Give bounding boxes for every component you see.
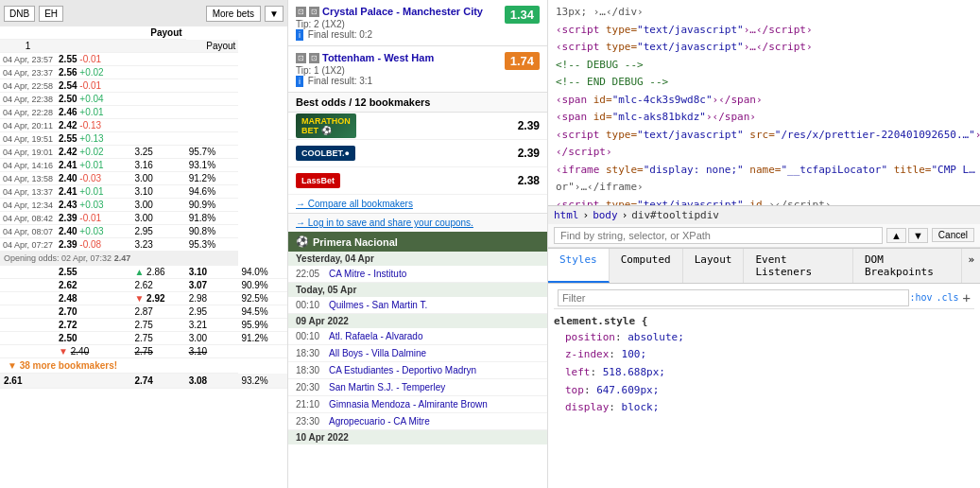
- prop-name: position: [565, 331, 615, 343]
- odds-change: -0.01: [79, 54, 101, 64]
- bookmaker-row-2[interactable]: COOLBET.● 2.39: [288, 140, 547, 167]
- match-title-2[interactable]: Tottenham - West Ham: [322, 52, 434, 63]
- html-line: ‹script type="text/javascript"›…‹/script…: [552, 22, 976, 40]
- bookmaker-odds-1: 2.39: [518, 119, 540, 132]
- tab-computed[interactable]: Computed: [610, 249, 683, 283]
- more-bets-button[interactable]: More bets: [206, 6, 261, 22]
- odds-change: +0.01: [79, 186, 103, 197]
- html-line: ‹script type="text/javascript" src="/res…: [552, 127, 976, 145]
- fixture-row-09-3[interactable]: 18:30CA Estudiantes - Deportivo Madryn: [288, 362, 547, 379]
- tip-row-1: Tip: 2 (1X2): [296, 19, 505, 29]
- left-panel: DNB EH More bets ▼ Payout 1 Payout 04 Ap…: [0, 0, 288, 488]
- nav-down-button[interactable]: ▼: [908, 228, 928, 243]
- lasbet-logo: LassBet: [296, 171, 518, 190]
- bookmaker-row-1[interactable]: MARATHONBET ⚽ 2.39: [288, 113, 547, 140]
- final-result-1: i Final result: 0:2: [296, 29, 505, 40]
- prop-name: display: [565, 401, 609, 413]
- hov-button[interactable]: :hov: [909, 292, 932, 303]
- match-icon-3: ⊡: [296, 53, 306, 63]
- tip-row-2: Tip: 1 (1X2): [296, 65, 505, 76]
- fixture-row-today-1[interactable]: 00:10 Quilmes - San Martin T.: [288, 297, 547, 314]
- dropdown-arrow-button[interactable]: ▼: [265, 6, 284, 22]
- more-bookmakers-row[interactable]: ▼ 38 more bookmakers!: [0, 358, 238, 374]
- html-line: ‹script type="text/javascript" id…›‹/scr…: [552, 197, 976, 205]
- odds-change: +0.02: [79, 147, 103, 157]
- league-header: ⚽ Primera Nacional: [288, 232, 547, 252]
- odds-value: 2.39: [59, 213, 77, 223]
- style-prop-5[interactable]: display: block;: [554, 399, 974, 417]
- nav-up-button[interactable]: ▲: [886, 228, 906, 243]
- fixture-row-09-1[interactable]: 00:10Atl. Rafaela - Alvarado: [288, 328, 547, 345]
- nav-arrows: ▲ ▼: [886, 228, 928, 243]
- fixture-row-09-6[interactable]: 23:30Agropecuario - CA Mitre: [288, 413, 547, 430]
- breadcrumb-html[interactable]: html: [554, 209, 579, 221]
- prop-name: z-index: [565, 348, 609, 360]
- style-rule-element: element.style { position: absolute; z-in…: [554, 315, 974, 417]
- fixture-row-09-5[interactable]: 21:10Gimnasia Mendoza - Almirante Brown: [288, 396, 547, 413]
- tab-dom-breakpoints[interactable]: DOM Breakpoints: [853, 249, 962, 283]
- odds-value: 2.42: [59, 147, 77, 157]
- date-cell: 04 Apr, 08:07: [0, 225, 56, 238]
- best-odds-header: Best odds / 12 bookmakers: [288, 93, 547, 113]
- styles-filter-input[interactable]: [558, 289, 909, 306]
- eh-button[interactable]: EH: [39, 6, 63, 22]
- breadcrumb-div[interactable]: div#tooltipdiv: [631, 209, 719, 221]
- breadcrumb-body[interactable]: body: [593, 209, 618, 221]
- opening-odds-row: Opening odds: 02 Apr, 07:32 2.47: [0, 252, 238, 266]
- odds-change: -0.01: [79, 80, 101, 91]
- style-prop-1[interactable]: position: absolute;: [554, 329, 974, 347]
- html-line: ‹script type="text/javascript"›…‹/script…: [552, 39, 976, 57]
- payout-cell: Payout: [186, 40, 239, 53]
- html-line: ‹span id="mlc-4ck3s9wd8c"›‹/span›: [552, 92, 976, 110]
- payout-header: Payout: [150, 27, 181, 38]
- odds-value: 2.55: [59, 133, 77, 144]
- devtools-search-input[interactable]: [554, 227, 883, 244]
- bookmaker-row-3[interactable]: LassBet 2.38: [288, 167, 547, 195]
- compare-all-link[interactable]: → Compare all bookmakers: [288, 195, 547, 213]
- tab-more-button[interactable]: »: [962, 249, 980, 283]
- cancel-search-button[interactable]: Cancel: [932, 228, 974, 242]
- style-prop-3[interactable]: left: 518.688px;: [554, 364, 974, 382]
- prop-val: 518.688px;: [603, 366, 665, 378]
- fixture-time: 18:30: [296, 365, 329, 375]
- devtools-breadcrumb: html › body › div#tooltipdiv: [548, 205, 980, 224]
- bookmaker-odds-3: 2.38: [518, 174, 540, 187]
- league-name: Primera Nacional: [313, 236, 398, 248]
- odds-change: +0.03: [79, 226, 103, 236]
- odds-badge-1: 1.34: [505, 6, 540, 24]
- style-prop-4[interactable]: top: 647.609px;: [554, 382, 974, 400]
- html-line: <!-- DEBUG -->: [552, 57, 976, 75]
- odds-change: -0.08: [79, 239, 101, 250]
- date-cell: 04 Apr, 22:28: [0, 106, 56, 119]
- fixture-row-09-4[interactable]: 20:30San Martin S.J. - Temperley: [288, 379, 547, 396]
- fixture-teams: Gimnasia Mendoza - Almirante Brown: [329, 399, 540, 410]
- tab-layout[interactable]: Layout: [683, 249, 745, 283]
- login-save-link[interactable]: → Log in to save and share your coupons.: [288, 213, 547, 232]
- fixture-teams: CA Estudiantes - Deportivo Madryn: [329, 365, 540, 375]
- match-title-1[interactable]: Crystal Palace - Manchester City: [322, 6, 483, 17]
- date-cell: 04 Apr, 23:57: [0, 53, 56, 66]
- fixture-time: 21:10: [296, 399, 329, 410]
- date-cell: 04 Apr, 12:34: [0, 199, 56, 212]
- date-cell: 04 Apr, 13:58: [0, 172, 56, 185]
- date-cell: 04 Apr, 07:27: [0, 238, 56, 252]
- add-style-button[interactable]: +: [963, 290, 971, 305]
- devtools-search-bar: ▲ ▼ Cancel: [548, 224, 980, 248]
- odds-change: -0.13: [79, 120, 101, 131]
- cls-button[interactable]: .cls: [936, 292, 958, 303]
- match-icon-2: ⊡: [309, 7, 319, 17]
- left-top-bar: DNB EH More bets ▼: [0, 0, 287, 26]
- soccer-ball-icon: ⚽: [296, 235, 309, 248]
- date-cell: 04 Apr, 22:58: [0, 79, 56, 93]
- odds-change: -0.01: [79, 213, 101, 223]
- tab-styles[interactable]: Styles: [548, 249, 610, 283]
- fixture-row-yesterday-1[interactable]: 22:05 CA Mitre - Instituto: [288, 266, 547, 283]
- middle-panel: ⊡ ⊡ Crystal Palace - Manchester City Tip…: [288, 0, 548, 488]
- odds-value: 2.50: [59, 94, 77, 104]
- fixture-teams: CA Mitre - Instituto: [329, 269, 540, 279]
- date-cell: 04 Apr, 13:37: [0, 185, 56, 199]
- style-prop-2[interactable]: z-index: 100;: [554, 346, 974, 364]
- tab-event-listeners[interactable]: Event Listeners: [744, 249, 852, 283]
- fixture-row-09-2[interactable]: 18:30All Boys - Villa Dalmine: [288, 345, 547, 362]
- dnb-button[interactable]: DNB: [4, 6, 35, 22]
